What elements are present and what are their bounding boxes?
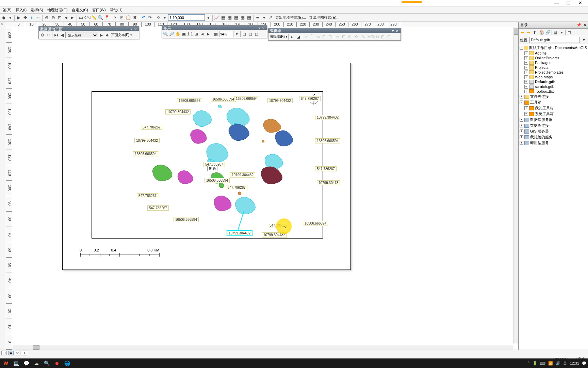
map-label[interactable]: 10799.304432 [262, 232, 287, 237]
layout-c-icon[interactable]: ◻ [254, 31, 259, 37]
tree-toolboxes[interactable]: −工具箱 [520, 99, 587, 105]
clear-icon[interactable]: ⌫ [84, 15, 91, 21]
collapse-icon[interactable]: − [520, 101, 523, 104]
expand-icon[interactable]: + [520, 118, 523, 122]
cut-icon[interactable]: ✂ [112, 15, 118, 21]
editor-t4-icon[interactable]: ⊞ [321, 34, 327, 40]
expand-icon[interactable]: + [520, 124, 523, 127]
catalog-close-icon[interactable]: ✕ [583, 23, 586, 27]
editor-toolbar[interactable]: 编辑器 ▾✕ 编辑器(R)▾ ▸ ◢ ↗ ⌒ ↝ ⊞ ⊟ ✂ ⊡ ⊕ ⟲ ✎ [268, 28, 401, 41]
editor-t7-icon[interactable]: ⊡ [341, 34, 347, 40]
layout-zoomin-icon[interactable]: 🔍 [163, 31, 168, 37]
tree-server[interactable]: +我托管的服务 [520, 134, 587, 140]
refresh-icon[interactable]: ⟳ [15, 351, 20, 355]
maximize-button[interactable]: ❐ [562, 0, 574, 6]
expand-icon[interactable]: + [520, 129, 523, 133]
tree-folder[interactable]: +OnlineProjects [520, 56, 587, 60]
table5-icon[interactable]: ▦ [246, 15, 252, 21]
dock-close-icon[interactable]: ✕ [1, 22, 3, 26]
wifi-icon[interactable]: 📶 [548, 361, 553, 366]
toolbar-min-icon[interactable]: ▾ [391, 29, 394, 33]
cat-up-icon[interactable]: ⬆ [532, 29, 537, 35]
keyboard-icon[interactable]: ⌨ [540, 361, 545, 366]
dropdown3-icon[interactable]: ▾ [261, 15, 267, 21]
ddp-next-icon[interactable]: ▶ [98, 32, 104, 38]
toolbar-close-icon[interactable]: ✕ [261, 26, 265, 30]
dropdown2-icon[interactable]: ▾ [162, 15, 168, 21]
expand-icon[interactable]: + [524, 112, 528, 116]
menu-bookmark[interactable]: 签(B) [1, 7, 14, 13]
select-icon[interactable]: ▭ [78, 15, 84, 21]
tree-folder[interactable]: +Packages [520, 60, 587, 65]
layout-zoomout-icon[interactable]: 🔎 [169, 31, 175, 37]
layout-zoom-dd-icon[interactable]: ▾ [234, 31, 240, 37]
map-data-frame[interactable]: N [92, 91, 323, 239]
pan-icon[interactable]: ✥ [22, 15, 28, 21]
location-dd-icon[interactable]: ▾ [581, 37, 587, 43]
tree-scratch-gdb[interactable]: +scratch.gdb [520, 84, 587, 89]
menu-geoprocessing[interactable]: 地理处理(G) [45, 7, 70, 13]
layout-100-icon[interactable]: 1:1 [187, 31, 193, 37]
info-icon[interactable]: ℹ [29, 15, 35, 21]
catalog-pin-icon[interactable]: 📌 [576, 23, 581, 27]
data-driven-pages-toolbar[interactable]: 数据驱动页面 ▾✕ ⚙ ⟳ ⏮ ◀ 显示名称 ▶ ⏭ 页面文本(P)▾ [38, 26, 139, 39]
map-label[interactable]: 547.786267 [147, 205, 169, 211]
export-style-2[interactable]: 导出地图样式(E)... [308, 15, 341, 20]
map-label[interactable]: 10799.30473 [317, 180, 340, 185]
expand-icon[interactable]: + [520, 95, 523, 98]
menu-insert[interactable]: 插入(I) [14, 7, 29, 13]
notification-icon[interactable]: 💬 [582, 361, 587, 366]
table3-icon[interactable]: ▦ [233, 15, 239, 21]
table4-icon[interactable]: ▦ [240, 15, 246, 21]
map-label[interactable]: 10799.304432 [165, 109, 191, 114]
menu-help[interactable]: 帮助(H) [108, 7, 125, 13]
app5-icon[interactable]: 🔍 [42, 359, 51, 367]
scale-input[interactable] [168, 14, 205, 21]
expand-icon[interactable]: + [524, 51, 528, 55]
expand-icon[interactable]: + [524, 80, 528, 84]
tree-root[interactable]: −默认工作目录 - Documents\ArcGIS [520, 45, 587, 51]
scale-dropdown-icon[interactable]: ▾ [205, 15, 211, 21]
cat-view-icon[interactable]: ▦ [553, 29, 558, 35]
map-label[interactable]: 10799.304432 [230, 172, 255, 178]
ddp-prev-icon[interactable]: ◀ [59, 32, 65, 38]
app4-icon[interactable]: ☁ [32, 359, 41, 367]
layers-icon[interactable]: ≣ [255, 15, 261, 21]
table2-icon[interactable]: ▦ [227, 15, 233, 21]
layout-a-icon[interactable]: ◻ [241, 31, 247, 37]
map-label[interactable]: 547.786267 [226, 185, 247, 190]
layout-b-icon[interactable]: ◻ [247, 31, 253, 37]
map-label[interactable]: 16506.666594 [303, 221, 328, 226]
ddp-last-icon[interactable]: ⏭ [104, 32, 110, 38]
tree-default-gdb[interactable]: +Default.gdb [520, 79, 587, 84]
goto-icon[interactable]: 📍 [104, 15, 110, 21]
toolbar-min-icon[interactable]: ▾ [258, 26, 261, 30]
tree-folder-conn[interactable]: +文件夹连接 [520, 94, 587, 99]
xy-icon[interactable]: XY [35, 15, 41, 21]
location-input[interactable] [529, 37, 580, 43]
editor-t6-icon[interactable]: ✂ [335, 34, 341, 40]
chart-icon[interactable]: 📈 [214, 15, 220, 21]
clock[interactable]: 12:31 [570, 361, 579, 365]
layout-fwd-icon[interactable]: ► [206, 31, 211, 37]
tree-server[interactable]: +数据库连接 [520, 123, 587, 128]
arcmap-icon[interactable]: 🌐 [63, 359, 71, 367]
prev-extent-icon[interactable]: ◄ [63, 15, 69, 21]
wand-icon[interactable]: ✧ [155, 15, 161, 21]
data-view-icon[interactable]: ▢ [1, 351, 7, 355]
cat-toggle-icon[interactable]: ◻ [566, 29, 572, 35]
toolbar-close-icon[interactable]: ✕ [133, 27, 137, 31]
layout-page[interactable]: N [62, 63, 351, 270]
map-label[interactable]: 16506.666594 [205, 178, 230, 183]
ddp-name-select[interactable]: 显示名称 [65, 32, 98, 38]
cat-home-icon[interactable]: 🏠 [539, 29, 545, 35]
ddp-setup-icon[interactable]: ⚙ [39, 32, 45, 38]
next-extent-icon[interactable]: ► [69, 15, 76, 21]
layout-toggle-icon[interactable]: ▦ [213, 31, 219, 37]
expand-icon[interactable]: + [524, 85, 528, 89]
tray-up-icon[interactable]: ˄ [528, 361, 530, 366]
toolbar-title[interactable]: 编辑器 ▾✕ [268, 28, 401, 33]
tree-toolbox-tbx[interactable]: +Toolbox.tbx [520, 89, 587, 94]
toolbar-title[interactable]: 布局 ▾✕ [162, 26, 267, 30]
layout-back-icon[interactable]: ◄ [199, 31, 205, 37]
